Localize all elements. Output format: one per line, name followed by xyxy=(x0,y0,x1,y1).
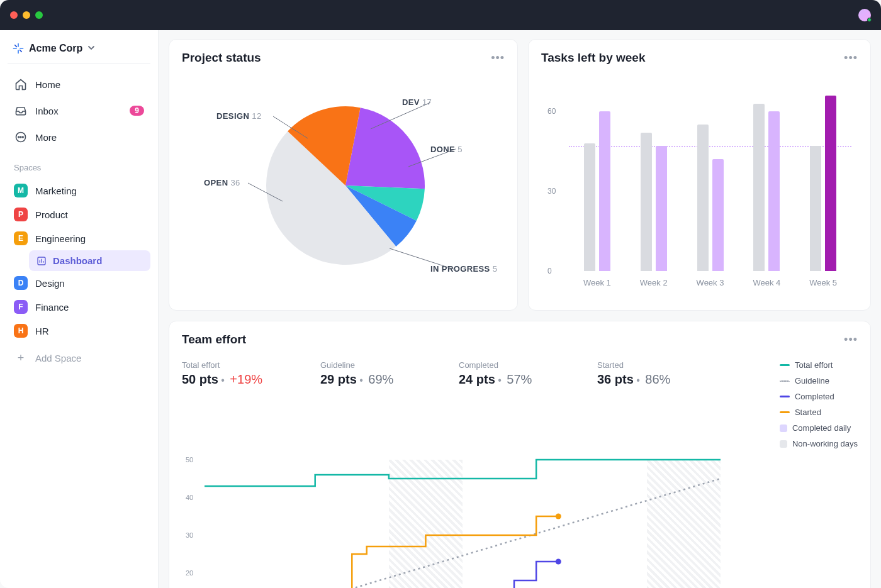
metric: Started36 pts • 86% xyxy=(597,360,710,448)
card-menu-icon[interactable]: ••• xyxy=(844,333,858,347)
dashboard-icon xyxy=(36,256,47,266)
svg-point-16 xyxy=(556,514,561,519)
card-title: Project status xyxy=(182,51,261,65)
pie-label: IN PROGRESS5 xyxy=(430,264,497,274)
y-tick: 40 xyxy=(186,494,193,501)
nav-more-label: More xyxy=(35,132,57,143)
spaces-section-label: Spaces xyxy=(8,152,150,176)
chevron-down-icon xyxy=(87,43,95,54)
bar xyxy=(584,143,595,271)
sidebar-item-design[interactable]: DDesign xyxy=(8,271,150,295)
svg-point-8 xyxy=(20,136,21,138)
space-label: Product xyxy=(35,209,68,220)
svg-line-5 xyxy=(20,50,22,52)
y-tick: 0 xyxy=(547,267,552,275)
x-tick: Week 3 xyxy=(682,278,739,287)
inbox-icon xyxy=(14,104,28,118)
card-menu-icon[interactable]: ••• xyxy=(491,52,505,65)
bar-group xyxy=(795,85,851,271)
svg-point-17 xyxy=(556,559,561,565)
pie-label: DESIGN12 xyxy=(216,111,262,121)
add-space-label: Add Space xyxy=(35,353,81,363)
sidebar-item-engineering[interactable]: EEngineering xyxy=(8,226,150,250)
more-icon xyxy=(14,130,28,144)
space-label: Finance xyxy=(35,302,69,313)
main-content: Project status ••• DEV17DONE5IN PROGRESS… xyxy=(159,30,881,588)
space-icon: H xyxy=(14,324,28,338)
x-tick: Week 5 xyxy=(795,278,851,287)
x-tick: Week 1 xyxy=(569,278,626,287)
nav-home-label: Home xyxy=(35,79,60,90)
card-title: Team effort xyxy=(182,333,246,347)
plus-icon: + xyxy=(14,352,28,365)
sidebar-child-dashboard[interactable]: Dashboard xyxy=(29,250,150,271)
bar xyxy=(656,146,667,271)
y-tick: 50 xyxy=(186,456,193,463)
bar-group xyxy=(738,85,795,271)
y-tick: 30 xyxy=(547,187,556,196)
y-tick: 60 xyxy=(547,107,556,116)
space-icon: M xyxy=(14,184,28,197)
window-controls xyxy=(10,11,43,19)
metric: Completed24 pts • 57% xyxy=(459,360,572,448)
bar-group xyxy=(682,85,739,271)
workspace-switcher[interactable]: Acme Corp xyxy=(8,39,150,64)
card-menu-icon[interactable]: ••• xyxy=(844,52,858,65)
card-project-status: Project status ••• DEV17DONE5IN PROGRESS… xyxy=(169,39,518,311)
bar-group xyxy=(626,85,682,271)
workspace-logo-icon xyxy=(13,43,24,54)
maximize-icon[interactable] xyxy=(35,11,43,19)
space-label: Marketing xyxy=(35,186,77,196)
add-space-button[interactable]: + Add Space xyxy=(8,345,150,371)
sidebar-item-marketing[interactable]: MMarketing xyxy=(8,179,150,202)
bar xyxy=(697,125,709,271)
sidebar: Acme Corp Home Inbox 9 More Spaces MMa xyxy=(0,30,159,588)
y-tick: 20 xyxy=(186,569,193,577)
x-tick: Week 4 xyxy=(738,278,795,287)
space-label: HR xyxy=(35,326,49,336)
bar-group xyxy=(569,85,626,271)
legend-item: Completed xyxy=(780,392,858,401)
bar xyxy=(599,111,610,271)
svg-line-4 xyxy=(15,45,17,47)
nav-inbox-label: Inbox xyxy=(35,106,59,116)
minimize-icon[interactable] xyxy=(23,11,30,19)
card-title: Tasks left by week xyxy=(541,51,645,65)
nav-more[interactable]: More xyxy=(8,125,150,149)
space-label: Design xyxy=(35,278,65,289)
legend-item: Completed daily xyxy=(780,423,858,433)
bar xyxy=(753,104,765,271)
svg-point-9 xyxy=(23,136,24,138)
nav-inbox[interactable]: Inbox 9 xyxy=(8,99,150,123)
y-tick: 30 xyxy=(186,531,193,539)
sidebar-item-hr[interactable]: HHR xyxy=(8,319,150,343)
bar xyxy=(712,159,724,271)
svg-point-7 xyxy=(18,136,20,138)
titlebar xyxy=(0,0,881,30)
bar xyxy=(825,96,836,271)
legend-item: Non-working days xyxy=(780,439,858,448)
legend-item: Started xyxy=(780,408,858,417)
user-avatar[interactable] xyxy=(858,9,871,21)
pie-label: DONE5 xyxy=(430,145,463,154)
bar xyxy=(768,111,780,271)
legend-item: Total effort xyxy=(780,360,858,370)
sidebar-item-product[interactable]: PProduct xyxy=(8,202,150,226)
legend-item: Guideline xyxy=(780,376,858,386)
space-icon: D xyxy=(14,276,28,290)
metrics-row: Total effort50 pts • +19%Guideline29 pts… xyxy=(182,354,858,460)
space-icon: E xyxy=(14,231,28,245)
card-tasks-left: Tasks left by week ••• 03060Week 1Week 2… xyxy=(528,39,871,311)
metric: Guideline29 pts • 69% xyxy=(320,360,434,448)
bar-chart: 03060Week 1Week 2Week 3Week 4Week 5 xyxy=(541,72,858,299)
close-icon[interactable] xyxy=(10,11,18,19)
nav-home[interactable]: Home xyxy=(8,72,150,96)
sidebar-item-finance[interactable]: FFinance xyxy=(8,295,150,319)
workspace-name: Acme Corp xyxy=(29,43,82,54)
card-team-effort: Team effort ••• Total effort50 pts • +19… xyxy=(169,321,871,588)
pie-chart: DEV17DONE5IN PROGRESS5OPEN36DESIGN12 xyxy=(182,72,505,299)
pie-label: OPEN36 xyxy=(204,178,240,187)
space-label: Engineering xyxy=(35,233,86,244)
inbox-badge: 9 xyxy=(130,106,144,116)
home-icon xyxy=(14,77,28,91)
